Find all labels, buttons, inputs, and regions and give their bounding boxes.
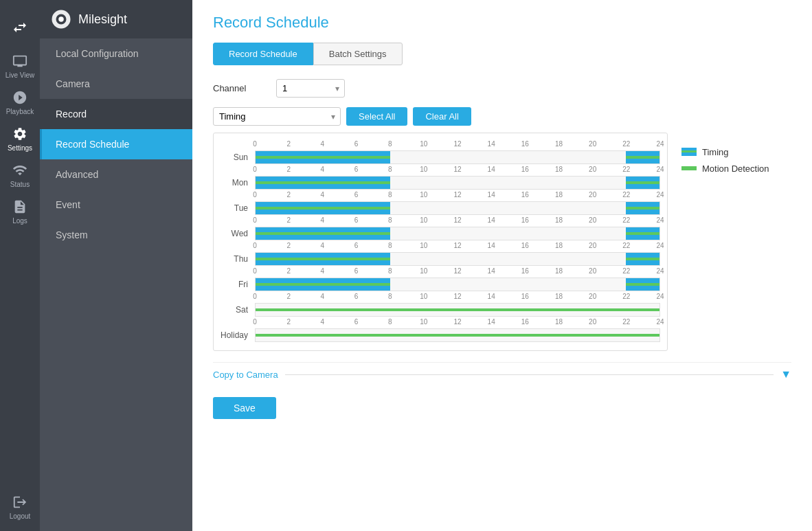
logout-label: Logout	[10, 512, 31, 520]
time-label: 16	[521, 267, 529, 275]
nav-sidebar: Milesight Local Configuration Camera Rec…	[40, 0, 192, 531]
time-label: 22	[622, 216, 630, 224]
bar-area[interactable]	[255, 252, 660, 266]
time-label: 22	[622, 293, 630, 300]
timing-legend-label: Timing	[702, 147, 729, 157]
time-label: 12	[453, 216, 461, 224]
time-label: 18	[555, 166, 563, 173]
day-label: Wed	[214, 229, 255, 238]
time-label: 22	[622, 267, 630, 275]
motion-bar	[256, 207, 390, 210]
bar-area[interactable]	[255, 227, 660, 240]
save-button[interactable]: Save	[213, 397, 276, 419]
motion-bar	[626, 181, 659, 184]
logo-text: Milesight	[78, 12, 127, 27]
motion-bar	[256, 308, 659, 311]
sidebar-item-live-view[interactable]: Live View	[0, 47, 40, 83]
time-label: 14	[488, 293, 495, 300]
nav-advanced[interactable]: Advanced	[40, 159, 192, 190]
logs-label: Logs	[12, 217, 27, 225]
time-axis-row: 024681012141618202224	[255, 166, 660, 175]
motion-bar	[626, 258, 659, 260]
bar-area[interactable]	[255, 328, 660, 342]
tab-batch-settings[interactable]: Batch Settings	[313, 43, 403, 65]
time-label: 14	[488, 166, 495, 173]
time-label: 10	[420, 242, 427, 249]
copy-section: Copy to Camera ▼	[213, 362, 791, 386]
channel-select[interactable]: 1 2	[276, 79, 345, 98]
time-label: 14	[488, 191, 495, 199]
time-label: 18	[555, 191, 563, 199]
sidebar-item-logout[interactable]: Logout	[0, 488, 40, 524]
time-label: 0	[253, 267, 257, 275]
select-all-button[interactable]: Select All	[346, 107, 407, 126]
schedule-container: 024681012141618202224Sun0246810121416182…	[213, 133, 668, 351]
time-label: 20	[589, 267, 596, 275]
bar-area[interactable]	[255, 303, 660, 317]
settings-icon	[12, 126, 27, 142]
copy-line	[285, 374, 774, 375]
channel-select-wrapper[interactable]: 1 2	[276, 79, 345, 98]
live-view-label: Live View	[5, 71, 35, 79]
copy-chevron-icon[interactable]: ▼	[780, 368, 791, 381]
time-label: 2	[286, 318, 291, 326]
legend-timing: Timing	[681, 146, 791, 157]
time-label: 24	[656, 166, 664, 173]
type-select[interactable]: Timing Motion Detection Alarm Motion Det…	[213, 107, 341, 126]
day-label: Mon	[214, 178, 255, 188]
nav-record-schedule[interactable]: Record Schedule	[40, 129, 192, 159]
time-label: 4	[321, 267, 325, 275]
sidebar-item-playback[interactable]: Playback	[0, 83, 40, 120]
bar-area[interactable]	[255, 176, 660, 190]
time-label: 24	[656, 140, 664, 148]
nav-local-config[interactable]: Local Configuration	[40, 38, 192, 69]
sidebar-item-status[interactable]: Status	[0, 156, 40, 192]
time-label: 2	[286, 216, 291, 224]
timing-legend-icon	[681, 146, 697, 157]
tab-record-schedule[interactable]: Record Schedule	[213, 43, 313, 65]
nav-arrows-icon	[12, 19, 28, 36]
schedule-row: Mon	[214, 176, 660, 190]
time-label: 10	[420, 166, 427, 173]
time-axis-row: 024681012141618202224	[255, 216, 660, 226]
time-label: 4	[321, 216, 325, 224]
nav-event[interactable]: Event	[40, 190, 192, 220]
time-axis-row: 024681012141618202224	[255, 242, 660, 251]
nav-record[interactable]: Record	[40, 99, 192, 129]
time-label: 14	[488, 242, 495, 249]
schedule-row: Tue	[214, 201, 660, 215]
playback-label: Playback	[6, 108, 34, 115]
time-label: 0	[253, 166, 257, 173]
nav-system[interactable]: System	[40, 220, 192, 250]
motion-bar	[256, 258, 390, 260]
time-label: 2	[286, 242, 291, 249]
playback-icon	[12, 90, 27, 105]
day-label: Thu	[214, 254, 255, 264]
time-label: 20	[589, 216, 596, 224]
motion-legend-icon	[681, 163, 697, 174]
bar-area[interactable]	[255, 278, 660, 291]
type-select-wrapper[interactable]: Timing Motion Detection Alarm Motion Det…	[213, 107, 341, 126]
time-label: 22	[622, 166, 630, 173]
bar-area[interactable]	[255, 150, 660, 164]
sidebar-item-logs[interactable]: Logs	[0, 192, 40, 229]
copy-label[interactable]: Copy to Camera	[213, 370, 278, 380]
logo-area: Milesight	[40, 0, 192, 38]
time-label: 4	[321, 293, 325, 300]
clear-all-button[interactable]: Clear All	[413, 107, 471, 126]
schedule-row: Sun	[214, 150, 660, 164]
time-label: 20	[589, 293, 596, 300]
sidebar-item-settings[interactable]: Settings	[0, 120, 40, 156]
time-label: 6	[354, 191, 359, 199]
time-label: 8	[388, 166, 392, 173]
time-label: 16	[521, 191, 529, 199]
time-label: 4	[321, 242, 325, 249]
time-label: 22	[622, 242, 630, 249]
day-label: Fri	[214, 280, 255, 289]
time-axis-row: 024681012141618202224	[255, 293, 660, 302]
time-label: 18	[555, 318, 563, 326]
bar-area[interactable]	[255, 201, 660, 215]
day-label: Sat	[214, 305, 255, 315]
nav-camera[interactable]: Camera	[40, 69, 192, 99]
timing-icon-svg	[681, 146, 697, 157]
